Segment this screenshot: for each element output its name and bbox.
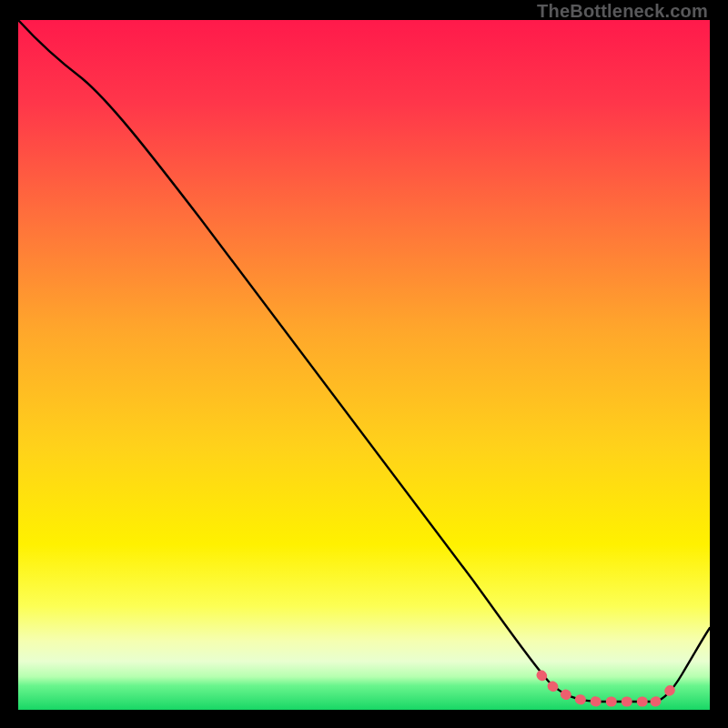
- chart-svg: [18, 20, 710, 710]
- attribution-label: TheBottleneck.com: [537, 2, 708, 20]
- chart-stage: TheBottleneck.com: [0, 0, 728, 728]
- gradient-background: [18, 20, 710, 710]
- plot-area: [18, 20, 710, 710]
